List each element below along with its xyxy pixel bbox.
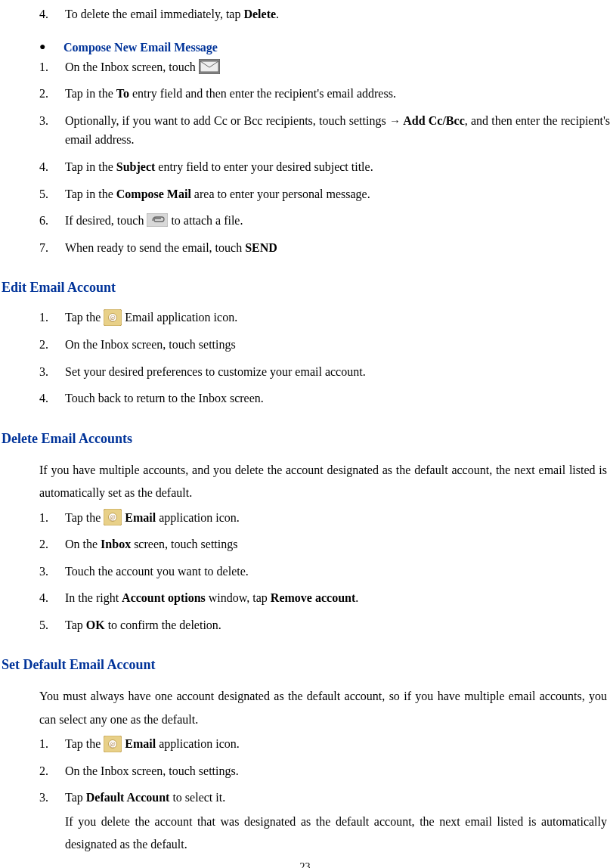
svg-rect-2	[147, 213, 168, 227]
list-number: 2.	[39, 535, 65, 554]
list-text: When ready to send the email, touch SEND	[65, 238, 610, 258]
list-item: 4. Touch back to return to the Inbox scr…	[39, 389, 610, 408]
list-text: Touch the account you want to delete.	[65, 562, 610, 581]
default-heading: Set Default Email Account	[2, 657, 610, 673]
list-text: On the Inbox screen, touch settings	[65, 335, 610, 355]
list-text: If desired, touch to attach a file.	[65, 211, 610, 231]
list-text: Tap Default Account to select it.	[65, 788, 610, 808]
email-app-icon: @	[104, 736, 122, 752]
list-item: 3. Set your desired preferences to custo…	[39, 362, 610, 382]
delete-heading: Delete Email Accounts	[2, 431, 610, 447]
list-number: 4.	[39, 389, 65, 408]
list-number: 6.	[39, 211, 65, 231]
list-text: On the Inbox screen, touch settings	[65, 535, 610, 554]
email-app-icon: @	[104, 309, 122, 326]
list-text: Tap the @ Email application icon.	[65, 308, 610, 327]
list-item: 5. Tap OK to confirm the deletion.	[39, 615, 610, 635]
list-text: To delete the email immediately, tap Del…	[65, 5, 610, 24]
list-text: Tap in the Compose Mail area to enter yo…	[65, 184, 610, 204]
bullet-heading: ● Compose New Email Message	[39, 41, 610, 54]
list-item: 5. Tap in the Compose Mail area to enter…	[39, 184, 610, 204]
list-item: 2. On the Inbox screen, touch settings	[39, 335, 610, 355]
list-number: 4.	[39, 588, 65, 608]
list-number: 4.	[39, 5, 65, 24]
list-number: 1.	[39, 508, 65, 528]
list-number: 3.	[39, 562, 65, 581]
list-item: 1. Tap the @ Email application icon.	[39, 734, 610, 754]
default-intro: You must always have one account designa…	[39, 685, 607, 731]
list-item: 4. Tap in the Subject entry field to ent…	[39, 157, 610, 177]
list-number: 1.	[39, 734, 65, 754]
list-number: 5.	[39, 184, 65, 204]
page-content: 4. To delete the email immediately, tap …	[0, 0, 610, 868]
list-item: 2. Tap in the To entry field and then en…	[39, 84, 610, 104]
compose-heading: Compose New Email Message	[63, 41, 218, 54]
compose-envelope-icon	[199, 59, 220, 74]
list-item: 3. Tap Default Account to select it.	[39, 788, 610, 808]
list-item: 2. On the Inbox screen, touch settings.	[39, 761, 610, 781]
edit-heading: Edit Email Account	[2, 280, 610, 296]
list-item: 3. Touch the account you want to delete.	[39, 562, 610, 581]
page-number: 23	[0, 861, 610, 868]
list-item: 7. When ready to send the email, touch S…	[39, 238, 610, 258]
list-text: Tap the @ Email application icon.	[65, 508, 610, 528]
list-text: On the Inbox screen, touch	[65, 57, 610, 77]
list-item: 1. Tap the @ Email application icon.	[39, 308, 610, 327]
list-number: 5.	[39, 615, 65, 635]
list-item: 6. If desired, touch to attach a file.	[39, 211, 610, 231]
list-number: 4.	[39, 157, 65, 177]
bullet-icon: ●	[39, 41, 60, 53]
list-item: 1. Tap the @ Email application icon.	[39, 508, 610, 528]
list-text: Touch back to return to the Inbox screen…	[65, 389, 610, 408]
list-number: 3.	[39, 788, 65, 808]
list-number: 7.	[39, 238, 65, 258]
list-item: 4. In the right Account options window, …	[39, 588, 610, 608]
list-number: 2.	[39, 761, 65, 781]
list-text: Tap OK to confirm the deletion.	[65, 615, 610, 635]
list-number: 1.	[39, 308, 65, 327]
email-app-icon: @	[104, 509, 122, 525]
list-number: 1.	[39, 57, 65, 77]
svg-text:@: @	[110, 315, 116, 321]
list-number: 3.	[39, 362, 65, 382]
list-item: 4. To delete the email immediately, tap …	[39, 5, 610, 24]
default-note: If you delete the account that was desig…	[65, 811, 607, 857]
delete-intro: If you have multiple accounts, and you d…	[39, 459, 607, 505]
list-number: 2.	[39, 84, 65, 104]
svg-text:@: @	[110, 514, 116, 521]
svg-text:@: @	[110, 741, 116, 748]
list-text: In the right Account options window, tap…	[65, 588, 610, 608]
list-text: Tap in the To entry field and then enter…	[65, 84, 610, 104]
list-text: Tap the @ Email application icon.	[65, 734, 610, 754]
list-text: Optionally, if you want to add Cc or Bcc…	[65, 111, 610, 150]
list-item: 2. On the Inbox screen, touch settings	[39, 535, 610, 554]
list-item: 1. On the Inbox screen, touch	[39, 57, 610, 77]
attachment-icon	[147, 213, 168, 227]
list-text: Tap in the Subject entry field to enter …	[65, 157, 610, 177]
list-text: On the Inbox screen, touch settings.	[65, 761, 610, 781]
list-number: 2.	[39, 335, 65, 355]
list-number: 3.	[39, 111, 65, 150]
list-text: Set your desired preferences to customiz…	[65, 362, 610, 382]
list-item: 3. Optionally, if you want to add Cc or …	[39, 111, 610, 150]
arrow-icon: →	[389, 115, 401, 127]
